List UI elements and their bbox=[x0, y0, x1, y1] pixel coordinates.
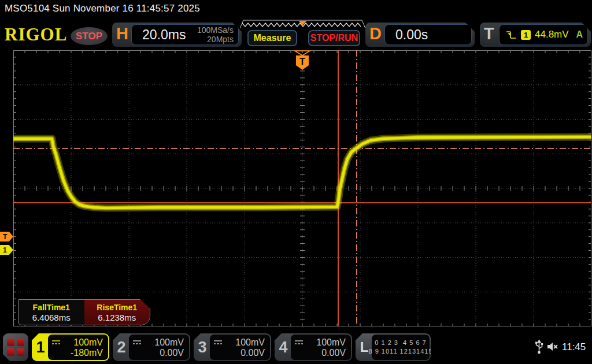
channel3-number: 3 bbox=[194, 333, 211, 361]
dc-coupling-icon bbox=[294, 340, 304, 345]
window-title: MSO5104 Sun November 16 11:45:57 2025 bbox=[5, 3, 200, 14]
logic-row1: 0 1 2 3 4 5 6 7 bbox=[375, 339, 426, 347]
trigger-status-auto: A bbox=[576, 29, 583, 40]
trigger-source-badge: 1 bbox=[521, 30, 531, 40]
dc-coupling-icon bbox=[213, 340, 223, 345]
falltime-label: FallTime1 bbox=[33, 303, 70, 312]
menu-grid-icon bbox=[7, 339, 24, 356]
channel1-scale: 100mV bbox=[73, 337, 103, 348]
channel2-box[interactable]: 2 100mV 0.00V bbox=[113, 333, 190, 361]
falltime-value: 6.4068ms bbox=[32, 313, 71, 322]
channel3-offset: 0.00V bbox=[213, 348, 265, 358]
risetime-label: RiseTime1 bbox=[97, 303, 137, 312]
trigger-level-value: 44.8mV bbox=[535, 29, 569, 40]
sample-rate-block: 100MSa/s 20Mpts bbox=[197, 25, 234, 44]
horizontal-tab-letter: H bbox=[116, 24, 128, 43]
usb-icon bbox=[535, 339, 543, 355]
delay-value: 0.00s bbox=[395, 27, 428, 43]
memory-position-bar[interactable] bbox=[240, 19, 365, 29]
measure-button-label: Measure bbox=[254, 33, 291, 43]
timebase-value: 20.0ms bbox=[142, 27, 186, 43]
delay-settings-box[interactable]: D 0.00s bbox=[365, 23, 475, 47]
risetime-value: 6.1238ms bbox=[98, 313, 136, 322]
menu-grid-button[interactable] bbox=[3, 333, 28, 361]
channel4-scale: 100mV bbox=[316, 337, 346, 348]
measurement-panel: FallTime1 6.4068ms RiseTime1 6.1238ms bbox=[18, 299, 150, 325]
delay-inner: 0.00s bbox=[384, 24, 472, 45]
horizontal-inner: 20.0ms 100MSa/s 20Mpts bbox=[131, 24, 239, 45]
logic-row2: 8 9 1011 12131415 bbox=[369, 347, 433, 356]
channel4-offset: 0.00V bbox=[294, 348, 346, 358]
channel2-number: 2 bbox=[113, 333, 130, 361]
memory-depth: 20Mpts bbox=[197, 35, 234, 44]
dc-coupling-icon bbox=[51, 340, 61, 345]
trigger-inner: 1 44.8mV A bbox=[499, 24, 588, 45]
dc-coupling-icon bbox=[132, 340, 142, 345]
channel3-scale: 100mV bbox=[235, 337, 265, 348]
waveform-display[interactable]: T bbox=[13, 50, 591, 326]
channel1-number: 1 bbox=[32, 333, 49, 361]
channel4-number: 4 bbox=[275, 333, 292, 361]
falling-edge-icon bbox=[505, 30, 517, 40]
channel1-level-marker[interactable]: 1 bbox=[0, 245, 13, 255]
logic-channels-box[interactable]: L 0 1 2 3 4 5 6 7 8 9 1011 12131415 bbox=[356, 333, 431, 361]
run-state-label: STOP bbox=[76, 31, 102, 42]
channel4-box[interactable]: 4 100mV 0.00V bbox=[275, 333, 352, 361]
delay-tab-letter: D bbox=[369, 24, 382, 43]
svg-text:T: T bbox=[299, 57, 305, 66]
channel2-offset: 0.00V bbox=[132, 348, 184, 358]
channel2-scale: 100mV bbox=[154, 337, 184, 348]
channel3-box[interactable]: 3 100mV 0.00V bbox=[194, 333, 271, 361]
run-state-indicator: STOP bbox=[71, 27, 108, 45]
horizontal-settings-box[interactable]: H 20.0ms 100MSa/s 20Mpts bbox=[112, 23, 242, 47]
measure-button[interactable]: Measure bbox=[247, 30, 297, 46]
trigger-settings-box[interactable]: T 1 44.8mV A bbox=[480, 23, 591, 47]
channel1-box[interactable]: 1 100mV -180mV bbox=[32, 333, 109, 361]
stop-run-button-label: STOP/RUN bbox=[310, 33, 358, 43]
oscilloscope-screen: MSO5104 Sun November 16 11:45:57 2025 RI… bbox=[0, 0, 592, 364]
channel1-offset: -180mV bbox=[51, 348, 103, 358]
measurement-falltime[interactable]: FallTime1 6.4068ms bbox=[18, 300, 84, 325]
stop-run-button[interactable]: STOP/RUN bbox=[308, 30, 360, 46]
measurement-risetime[interactable]: RiseTime1 6.1238ms bbox=[84, 300, 150, 325]
clock: 11:45 bbox=[562, 341, 586, 353]
trigger-tab-letter: T bbox=[484, 24, 494, 43]
trigger-level-marker[interactable]: T bbox=[0, 232, 13, 242]
sample-rate: 100MSa/s bbox=[197, 25, 234, 35]
rigol-logo: RIGOL bbox=[5, 24, 67, 46]
speaker-muted-icon bbox=[546, 341, 559, 352]
